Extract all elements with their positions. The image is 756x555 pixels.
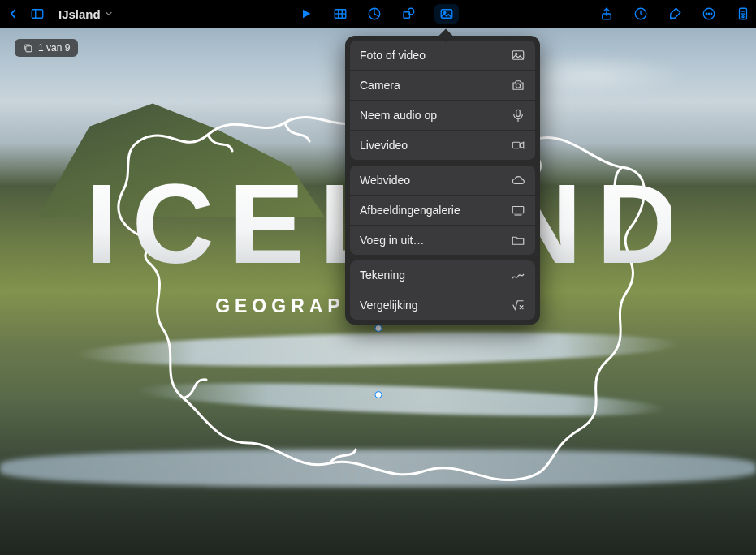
- format-brush-icon[interactable]: [667, 6, 683, 22]
- svg-rect-22: [26, 45, 32, 51]
- document-options-icon[interactable]: [735, 6, 751, 22]
- svg-point-15: [706, 13, 707, 15]
- gallery-icon: [511, 203, 525, 217]
- popover-section: Foto of video Camera Neem audio op Livev…: [350, 41, 535, 160]
- menu-item-label: Voeg in uit…: [360, 234, 424, 247]
- popover-section: Tekening Vergelijking: [350, 260, 535, 320]
- svg-rect-26: [516, 110, 521, 116]
- menu-item-live-video[interactable]: Livevideo: [350, 131, 535, 160]
- svg-rect-0: [32, 10, 43, 19]
- menu-item-label: Livevideo: [360, 139, 408, 152]
- svg-marker-2: [303, 10, 310, 19]
- sync-icon[interactable]: [633, 6, 649, 22]
- photo-icon: [511, 48, 525, 62]
- menu-item-label: Tekening: [360, 269, 405, 282]
- document-title[interactable]: IJsland: [58, 7, 114, 21]
- menu-item-label: Vergelijking: [360, 299, 418, 312]
- cloud-icon: [511, 173, 525, 187]
- menu-item-insert-from[interactable]: Voeg in uit…: [350, 226, 535, 255]
- menu-item-drawing[interactable]: Tekening: [350, 260, 535, 290]
- scribble-icon: [511, 268, 525, 282]
- selection-handle-top[interactable]: [374, 325, 382, 332]
- selection-handle-bottom[interactable]: [374, 391, 382, 398]
- svg-point-17: [711, 13, 712, 15]
- document-title-text: IJsland: [58, 7, 101, 21]
- table-icon[interactable]: [332, 6, 348, 22]
- slide-counter-text: 1 van 9: [38, 42, 70, 54]
- insert-media-popover: Foto of video Camera Neem audio op Livev…: [345, 36, 540, 325]
- folder-icon: [511, 233, 525, 247]
- popover-section: Webvideo Afbeeldingengalerie Voeg in uit…: [350, 166, 535, 255]
- share-icon[interactable]: [598, 6, 615, 22]
- media-icon[interactable]: [434, 4, 459, 24]
- svg-point-16: [708, 13, 710, 15]
- menu-item-label: Afbeeldingengalerie: [360, 204, 460, 217]
- microphone-icon: [511, 108, 525, 123]
- menu-item-label: Camera: [360, 79, 400, 92]
- svg-point-25: [516, 84, 520, 88]
- shapes-icon[interactable]: [400, 6, 417, 22]
- menu-item-photo-video[interactable]: Foto of video: [350, 41, 535, 71]
- chart-icon[interactable]: [366, 6, 382, 22]
- svg-rect-30: [512, 207, 524, 213]
- menu-item-web-video[interactable]: Webvideo: [350, 166, 535, 196]
- chevron-down-icon: [104, 9, 114, 19]
- svg-marker-29: [520, 142, 524, 148]
- svg-point-9: [408, 8, 414, 15]
- menu-item-image-gallery[interactable]: Afbeeldingengalerie: [350, 196, 535, 226]
- menu-item-record-audio[interactable]: Neem audio op: [350, 101, 535, 131]
- camera-icon: [511, 78, 525, 92]
- svg-point-21: [742, 16, 744, 18]
- menu-item-label: Foto of video: [360, 49, 426, 62]
- video-camera-icon: [511, 138, 525, 153]
- equation-icon: [511, 298, 525, 312]
- back-chevron-icon[interactable]: [5, 6, 21, 22]
- svg-rect-28: [512, 142, 520, 148]
- more-icon[interactable]: [701, 6, 717, 22]
- menu-item-equation[interactable]: Vergelijking: [350, 290, 535, 320]
- menu-item-label: Neem audio op: [360, 109, 437, 122]
- slides-stack-icon: [23, 43, 33, 54]
- menu-item-label: Webvideo: [360, 174, 410, 187]
- slide-counter-badge[interactable]: 1 van 9: [15, 39, 78, 57]
- toolbar: IJsland: [0, 0, 756, 28]
- play-icon[interactable]: [298, 6, 314, 22]
- menu-item-camera[interactable]: Camera: [350, 71, 535, 101]
- sidebar-icon[interactable]: [29, 6, 45, 22]
